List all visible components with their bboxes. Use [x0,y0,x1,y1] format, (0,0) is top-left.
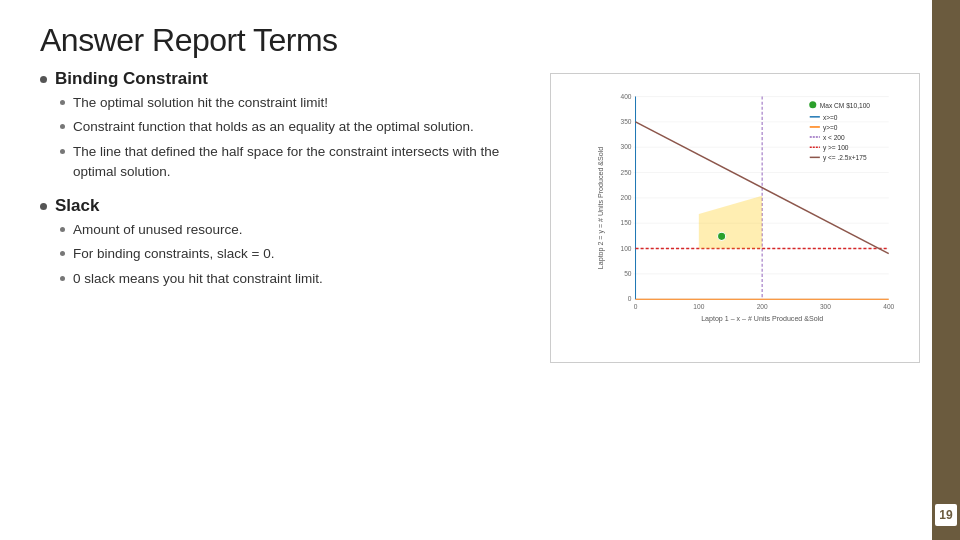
binding-constraint-section: Binding Constraint The optimal solution … [40,69,530,182]
svg-text:100: 100 [620,245,631,252]
sub-text-1: The optimal solution hit the constraint … [73,93,328,113]
slide-container: Answer Report Terms Binding Constraint T… [0,0,960,540]
svg-text:y >= 100: y >= 100 [823,144,849,152]
sub-text-3: The line that defined the half space for… [73,142,530,183]
svg-text:250: 250 [620,169,631,176]
sub-bullet-2: Constraint function that holds as an equ… [60,117,530,137]
sub-text-2: Constraint function that holds as an equ… [73,117,474,137]
svg-text:0: 0 [634,303,638,310]
svg-text:400: 400 [883,303,894,310]
right-panel: Laptop 2 = y = # Units Produced &Sold 0 … [540,69,930,530]
slide-title: Answer Report Terms [40,22,920,59]
page-number-badge: 19 [935,504,957,526]
svg-text:Laptop 2 = y = # Units Produce: Laptop 2 = y = # Units Produced &Sold [597,147,605,269]
slack-section: Slack Amount of unused resource. For bin… [40,196,530,289]
slack-text-3: 0 slack means you hit that constraint li… [73,269,323,289]
slack-sub-2: For binding constraints, slack = 0. [60,244,530,264]
svg-text:50: 50 [624,270,632,277]
sub-bullet-1: The optimal solution hit the constraint … [60,93,530,113]
slack-bullet-dot [40,203,47,210]
chart-container: Laptop 2 = y = # Units Produced &Sold 0 … [550,73,920,363]
svg-text:0: 0 [628,295,632,302]
binding-constraint-label: Binding Constraint [55,69,208,89]
side-bar: 19 [932,0,960,540]
slack-dot-1 [60,227,65,232]
slack-dot-3 [60,276,65,281]
binding-constraint-bullet: Binding Constraint [40,69,530,89]
slack-text-2: For binding constraints, slack = 0. [73,244,274,264]
slack-text-1: Amount of unused resource. [73,220,243,240]
svg-text:350: 350 [620,118,631,125]
slack-label: Slack [55,196,99,216]
svg-text:300: 300 [820,303,831,310]
left-panel: Binding Constraint The optimal solution … [40,69,540,530]
svg-text:200: 200 [757,303,768,310]
svg-text:100: 100 [693,303,704,310]
sub-bullet-3: The line that defined the half space for… [60,142,530,183]
svg-point-33 [718,232,726,240]
svg-text:300: 300 [620,143,631,150]
sub-dot-2 [60,124,65,129]
svg-text:y>=0: y>=0 [823,124,838,132]
slack-dot-2 [60,251,65,256]
sub-dot-3 [60,149,65,154]
slack-sub-3: 0 slack means you hit that constraint li… [60,269,530,289]
svg-text:150: 150 [620,219,631,226]
svg-text:x < 200: x < 200 [823,134,845,141]
svg-point-35 [809,101,816,108]
svg-text:200: 200 [620,194,631,201]
title-area: Answer Report Terms [0,0,960,69]
chart-svg: Laptop 2 = y = # Units Produced &Sold 0 … [595,84,909,332]
slack-sub-bullets: Amount of unused resource. For binding c… [60,220,530,289]
svg-text:y <= .2.5x+175: y <= .2.5x+175 [823,154,867,162]
sub-dot-1 [60,100,65,105]
bullet-dot [40,76,47,83]
content-area: Binding Constraint The optimal solution … [0,69,960,540]
svg-text:x>=0: x>=0 [823,114,838,121]
slack-sub-1: Amount of unused resource. [60,220,530,240]
svg-text:400: 400 [620,93,631,100]
svg-text:Laptop 1 – x – # Units Produce: Laptop 1 – x – # Units Produced &Sold [701,315,823,323]
slack-bullet: Slack [40,196,530,216]
binding-constraint-sub-bullets: The optimal solution hit the constraint … [60,93,530,182]
svg-text:Max CM  $10,100: Max CM $10,100 [820,102,870,109]
